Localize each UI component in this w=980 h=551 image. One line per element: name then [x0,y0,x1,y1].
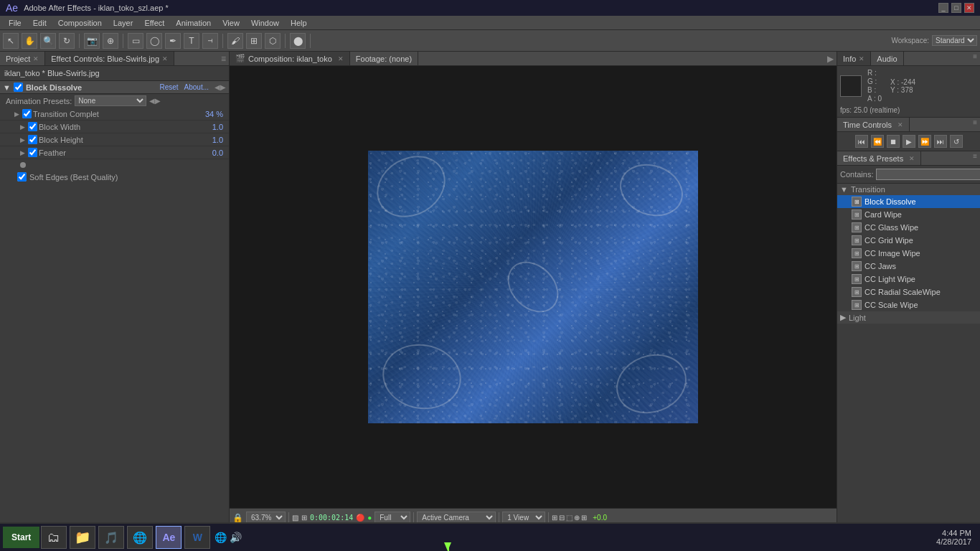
effect-about-link[interactable]: About... [184,83,209,91]
tab-composition[interactable]: 🎬 Composition: iklan_toko ✕ [230,52,350,65]
tc-expand-icon[interactable]: ≡ [973,118,977,126]
menu-file[interactable]: File [3,17,27,29]
effect-cc-grid-wipe[interactable]: ⊞ CC Grid Wipe [837,234,980,247]
info-tab-close[interactable]: ✕ [859,55,864,62]
effects-expand-icon[interactable]: ≡ [973,152,977,160]
taskbar-explorer[interactable]: 📁 [70,526,95,549]
effect-cc-jaws[interactable]: ⊞ CC Jaws [837,260,980,273]
menu-layer[interactable]: Layer [108,17,139,29]
row-checkbox-2[interactable] [28,135,37,144]
tc-rewind[interactable]: ⏪ [871,135,884,148]
tab-effect-controls[interactable]: Effect Controls: Blue-Swirls.jpg ✕ [45,52,174,65]
row-checkbox-3[interactable] [28,148,37,157]
next-preset-icon[interactable]: ▶ [155,97,161,105]
row-expand-1[interactable]: ▶ [20,123,25,131]
tc-last-frame[interactable]: ⏭ [934,135,947,148]
menu-edit[interactable]: Edit [27,17,52,29]
minimize-button[interactable]: _ [938,3,948,13]
guide-icon[interactable]: ⊟ [559,514,565,522]
workspace-select[interactable]: Standard [932,35,977,46]
safe-icon[interactable]: ⬚ [566,514,573,522]
tool-eraser[interactable]: ⬡ [265,33,281,49]
row-expand-0[interactable]: ▶ [14,110,19,118]
tc-forward[interactable]: ⏩ [918,135,931,148]
row-value-1[interactable]: 1.0 [212,123,223,131]
effect-cc-light-wipe[interactable]: ⊞ CC Light Wipe [837,273,980,286]
prev-preset-icon[interactable]: ◀ [149,97,155,105]
tab-project[interactable]: Project ✕ [0,52,45,65]
grid-icon[interactable]: ⊞ [552,514,557,522]
tc-toggle-loop[interactable]: ↺ [950,135,963,148]
tool-mask-rect[interactable]: ▭ [128,33,143,49]
menu-window[interactable]: Window [245,17,285,29]
tc-stop[interactable]: ⏹ [887,135,900,148]
taskbar-word[interactable]: W [184,526,210,549]
effect-toggle[interactable]: ▼ [3,83,11,92]
tool-zoom[interactable]: 🔍 [40,33,56,49]
menu-help[interactable]: Help [285,17,313,29]
time-controls-close[interactable]: ✕ [897,121,903,128]
tab-info[interactable]: Info ✕ [837,52,871,65]
row-expand-3[interactable]: ▶ [20,149,25,156]
tool-text-h[interactable]: T [184,33,199,49]
info-expand-icon[interactable]: ≡ [973,52,977,60]
effect-enabled-checkbox[interactable] [14,83,23,92]
comp-menu-icon[interactable]: ▶ [827,54,834,64]
menu-composition[interactable]: Composition [52,17,108,29]
row-value-0[interactable]: 34 % [205,110,223,118]
tool-pen[interactable]: ✒ [165,33,181,49]
comp-tab-close[interactable]: ✕ [338,55,344,62]
start-button[interactable]: Start [3,527,39,548]
soft-edges-checkbox[interactable] [17,172,27,182]
taskbar-music[interactable]: 🎵 [98,526,124,549]
effect-controls-tab-close[interactable]: ✕ [162,55,168,62]
expand-panel-icon[interactable]: ◀▶ [215,83,226,91]
taskbar-chrome[interactable]: 🌐 [127,526,153,549]
taskbar-ae[interactable]: Ae [156,526,182,549]
menu-effect[interactable]: Effect [138,17,170,29]
green-icon[interactable]: ● [367,514,372,522]
anim-presets-select[interactable]: None [75,95,146,106]
effect-reset-link[interactable]: Reset [159,83,178,91]
category-light[interactable]: ▶ Light [837,311,980,324]
effects-search-input[interactable] [876,169,980,180]
tab-time-controls[interactable]: Time Controls ✕ [837,118,910,131]
tool-text-v[interactable]: T [202,33,218,49]
tab-effects-presets[interactable]: Effects & Presets ✕ [837,151,921,165]
tool-rotate[interactable]: ↻ [59,33,75,49]
effect-cc-radial-scale[interactable]: ⊞ CC Radial ScaleWipe [837,286,980,298]
category-transition[interactable]: ▼ Transition [837,184,980,195]
quality-icon[interactable]: ▨ [292,514,298,522]
panel-menu-icon[interactable]: ≡ [221,54,226,64]
tab-audio[interactable]: Audio [871,52,903,65]
close-button[interactable]: ✕ [964,3,974,13]
tc-first-frame[interactable]: ⏮ [855,135,868,148]
tool-camera[interactable]: 📷 [84,33,100,49]
row-expand-2[interactable]: ▶ [20,136,25,143]
taskbar-folder[interactable]: 🗂 [41,526,67,549]
effect-block-dissolve[interactable]: ⊞ Block Dissolve [837,195,980,208]
menu-animation[interactable]: Animation [170,17,217,29]
effect-cc-image-wipe[interactable]: ⊞ CC Image Wipe [837,247,980,260]
tool-hand[interactable]: ✋ [22,33,37,49]
row-value-3[interactable]: 0.0 [212,149,223,157]
row-value-2[interactable]: 1.0 [212,136,223,144]
tool-brush[interactable]: 🖌 [227,33,243,49]
tool-select[interactable]: ↖ [3,33,19,49]
tool-stamp[interactable]: ⊞ [246,33,262,49]
effects-presets-close[interactable]: ✕ [909,155,915,162]
tool-mask-ellipse[interactable]: ◯ [146,33,162,49]
project-tab-close[interactable]: ✕ [33,55,39,62]
tab-footage[interactable]: Footage: (none) [350,52,418,65]
tc-play[interactable]: ▶ [903,135,915,148]
snap-icon[interactable]: 🔒 [232,513,243,523]
row-checkbox-0[interactable] [22,109,32,118]
effect-card-wipe[interactable]: ⊞ Card Wipe [837,208,980,221]
frame-icon[interactable]: ⊞ [301,514,307,522]
timecode-display[interactable]: 0:00:02:14 [310,514,353,522]
effect-cc-scale-wipe[interactable]: ⊞ CC Scale Wipe [837,298,980,311]
render-icon[interactable]: 🔴 [356,514,364,522]
maximize-button[interactable]: □ [951,3,961,13]
row-checkbox-1[interactable] [28,122,37,131]
menu-view[interactable]: View [217,17,245,29]
